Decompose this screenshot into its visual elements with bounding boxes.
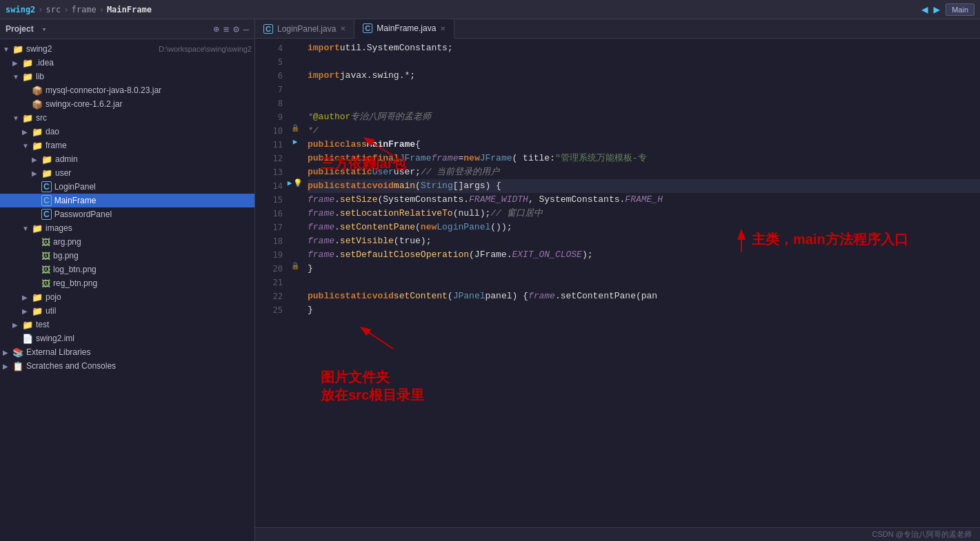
sidebar-new-icon[interactable]: ⊕ — [213, 23, 219, 34]
sidebar-item-dao[interactable]: ▶📁dao — [0, 125, 254, 139]
sidebar-item-arg-png[interactable]: 🖼arg.png — [0, 235, 254, 249]
tree-item-label: arg.png — [53, 237, 252, 247]
sidebar-item-user[interactable]: ▶📁user — [0, 166, 254, 180]
sidebar-item-src[interactable]: ▼📁src — [0, 111, 254, 125]
sidebar-minimize-icon[interactable]: — — [243, 23, 249, 34]
token: static — [340, 165, 372, 179]
sidebar-item-LoginPanel[interactable]: CLoginPanel — [0, 180, 254, 194]
tree-item-icon: C — [41, 181, 52, 192]
sidebar-item-mysql-jar[interactable]: 📦mysql-connector-java-8.0.23.jar — [0, 83, 254, 97]
sidebar-item-ext-libs[interactable]: ▶📚External Libraries — [0, 345, 254, 359]
token: new — [463, 152, 479, 165]
token: static — [340, 289, 372, 303]
gutter-marker — [288, 287, 302, 300]
token: // 窗口居中 — [490, 207, 542, 221]
token: public — [308, 152, 340, 165]
nav-back-button[interactable]: ◀ — [921, 3, 928, 16]
token: ( — [415, 179, 421, 193]
token: ( — [448, 289, 453, 303]
tree-item-icon: 📁 — [22, 72, 33, 82]
token: FRAME_H — [625, 193, 663, 207]
sidebar-item-MainFrame[interactable]: CMainFrame — [0, 194, 254, 207]
tree-item-icon: 📁 — [32, 306, 43, 316]
token: FRAME_WIDTH — [469, 193, 528, 207]
sidebar-item-swingx-jar[interactable]: 📦swingx-core-1.6.2.jar — [0, 97, 254, 111]
token: setVisible — [340, 234, 394, 248]
nav-forward-button[interactable]: ▶ — [934, 3, 941, 16]
sidebar-item-swing2-iml[interactable]: 📄swing2.iml — [0, 331, 254, 345]
main-layout: Project ▾ ⊕ ≡ ⚙ — ▼📁swing2D:\workspace\s… — [0, 19, 980, 541]
sidebar-item-bg-png[interactable]: 🖼bg.png — [0, 249, 254, 263]
code-container[interactable]: 4567891011121314151617181920212225 🔒▶▶💡🔒… — [255, 39, 980, 527]
sidebar-item-admin[interactable]: ▶📁admin — [0, 152, 254, 166]
gutter-marker: ▶ — [288, 135, 302, 149]
token: JFrame — [399, 152, 432, 165]
tree-item-icon: 📦 — [32, 85, 43, 96]
tree-item-label: test — [36, 320, 252, 329]
gutter-marker — [288, 232, 302, 245]
main-button[interactable]: Main — [946, 3, 974, 16]
tree-item-icon: 🖼 — [41, 251, 50, 261]
tree-item-label: .idea — [36, 58, 252, 68]
line-number: 18 — [255, 234, 288, 248]
tree-item-icon: 📁 — [22, 58, 33, 68]
tree-item-icon: 🖼 — [41, 265, 50, 275]
sidebar-item-test[interactable]: ▶📁test — [0, 318, 254, 331]
token: new — [421, 221, 437, 234]
token: String — [421, 179, 453, 193]
code-line-20: } — [308, 262, 980, 276]
token: ; — [410, 69, 415, 83]
gutter-marker — [288, 52, 302, 66]
token: setLocationRelativeTo — [340, 207, 453, 221]
code-line-9: * @author 专治八阿哥的孟老师 — [308, 110, 980, 124]
tree-arrow: ▶ — [22, 307, 32, 315]
sidebar-item-util[interactable]: ▶📁util — [0, 304, 254, 318]
token: EXIT_ON_CLOSE — [512, 248, 581, 262]
sidebar-item-images[interactable]: ▼📁images — [0, 221, 254, 235]
tab-LoginPanel[interactable]: CLoginPanel.java✕ — [255, 19, 354, 38]
token: final — [372, 152, 399, 165]
token: . — [334, 221, 340, 234]
tree-item-icon: 📁 — [22, 113, 33, 123]
sidebar-toolbar: ⊕ ≡ ⚙ — — [213, 23, 249, 34]
sidebar-item-swing2-root[interactable]: ▼📁swing2D:\workspace\swing\swing2 — [0, 42, 254, 56]
sidebar-item-log-btn-png[interactable]: 🖼log_btn.png — [0, 263, 254, 276]
token: @author — [313, 110, 351, 124]
sidebar-item-idea[interactable]: ▶📁.idea — [0, 56, 254, 70]
tab-label: LoginPanel.java — [277, 24, 336, 34]
line-number: 5 — [255, 55, 288, 69]
line-number: 25 — [255, 303, 288, 317]
line-number: 22 — [255, 289, 288, 303]
sidebar-item-lib[interactable]: ▼📁lib — [0, 70, 254, 83]
tree-item-icon: 🖼 — [41, 237, 50, 247]
sidebar-item-frame[interactable]: ▼📁frame — [0, 139, 254, 152]
sidebar-collapse-icon[interactable]: ≡ — [223, 23, 229, 34]
breadcrumb-src: src — [46, 5, 61, 14]
gutter-marker: 🔒 — [288, 259, 302, 273]
sidebar-header: Project ▾ ⊕ ≡ ⚙ — — [0, 19, 254, 39]
sidebar-item-PasswordPanel[interactable]: CPasswordPanel — [0, 207, 254, 221]
code-line-25: } — [308, 303, 980, 317]
sidebar-dropdown-icon[interactable]: ▾ — [42, 25, 47, 34]
token: public — [308, 165, 340, 179]
token: class — [340, 138, 367, 152]
tab-close-button[interactable]: ✕ — [340, 25, 346, 32]
line-number: 17 — [255, 221, 288, 234]
sidebar-item-reg-btn-png[interactable]: 🖼reg_btn.png — [0, 276, 254, 290]
code-line-8 — [308, 96, 980, 110]
token: frame — [308, 193, 334, 207]
token: (SystemConstants. — [377, 193, 469, 207]
code-line-12: public static final JFrame frame = new J… — [308, 152, 980, 165]
token: */ — [308, 124, 319, 138]
token: public — [308, 289, 340, 303]
token: ( title: — [512, 152, 555, 165]
tree-item-icon: 📦 — [32, 99, 43, 110]
sidebar-item-pojo[interactable]: ▶📁pojo — [0, 290, 254, 304]
sidebar: Project ▾ ⊕ ≡ ⚙ — ▼📁swing2D:\workspace\s… — [0, 19, 255, 541]
sidebar-item-scratches[interactable]: ▶📋Scratches and Consoles — [0, 359, 254, 373]
token: * — [308, 110, 313, 124]
sidebar-settings-icon[interactable]: ⚙ — [233, 23, 239, 34]
tab-MainFrame[interactable]: CMainFrame.java✕ — [354, 19, 454, 39]
token: JPanel — [453, 289, 486, 303]
tab-close-button[interactable]: ✕ — [440, 25, 446, 32]
